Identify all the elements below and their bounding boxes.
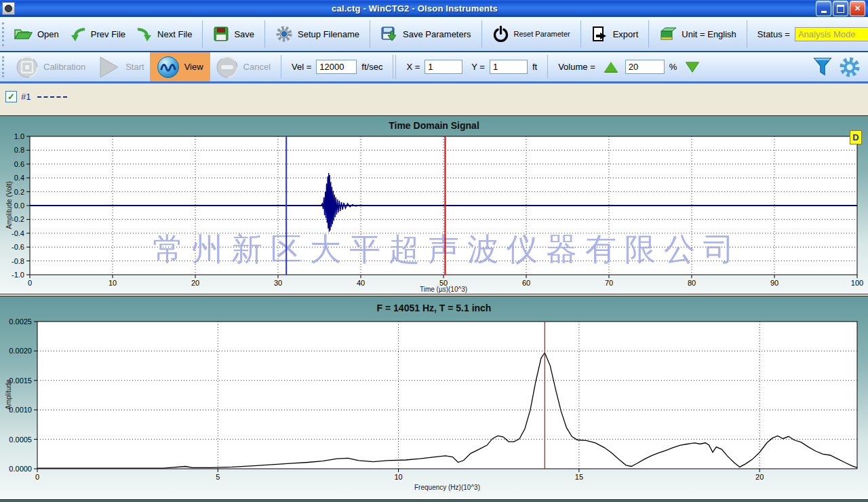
toolbar-separator [264,20,265,47]
window-title: cal.ctg - WinCTG2 - Olson Instruments [15,3,814,14]
next-file-button[interactable]: Next File [131,26,197,42]
bottom-edge-strip [0,499,868,502]
svg-text:5: 5 [216,473,220,481]
svg-text:0.0005: 0.0005 [9,436,32,444]
filter-funnel-button[interactable] [812,56,833,78]
reset-parameter-button[interactable]: Reset Parameter [487,26,576,43]
minimize-button[interactable] [816,1,831,16]
volume-unit: % [669,62,677,72]
svg-text:0: 0 [35,473,39,481]
y-label: Y = [471,62,485,72]
toolbar-separator [547,55,548,78]
time-axis-caption: Time (µs)(10^3) [30,286,857,293]
svg-text:0.2: 0.2 [14,188,24,196]
x-input[interactable] [425,60,462,74]
frequency-spectrum-chart[interactable]: 0.00000.00050.00100.00150.00200.00250510… [0,296,868,499]
status-label: Status = [757,29,790,39]
svg-text:0.0015: 0.0015 [9,376,32,385]
save-label: Save [234,29,254,39]
svg-text:常州新区大平超声波仪器有限公司: 常州新区大平超声波仪器有限公司 [153,231,743,267]
open-button[interactable]: Open [8,26,64,41]
volume-up-button[interactable] [604,62,618,72]
export-label: Export [613,29,639,39]
y-input[interactable] [490,60,528,74]
view-button[interactable]: View [150,52,210,81]
svg-text:15: 15 [575,473,583,481]
toolbar-separator [370,20,370,47]
prev-file-label: Prev File [91,29,125,39]
save-button[interactable]: Save [208,26,260,42]
cancel-button[interactable]: Cancel [210,56,276,79]
save-parameters-button[interactable]: Save Parameters [375,26,476,43]
d-corner-button[interactable]: D [850,130,862,144]
next-file-arrow-icon [136,26,153,42]
spectrum-amplitude-axis-caption: Amplitude [5,344,12,446]
amplitude-axis-caption: Amplitude (Volt) [5,155,13,256]
time-domain-chart[interactable]: 1.00.80.60.40.20.0-0.2-0.4-0.6-0.8-1.001… [0,116,868,294]
svg-text:20: 20 [755,473,764,481]
maximize-icon [837,5,844,13]
settings-gear-button[interactable] [838,56,861,79]
x-label: X = [406,62,420,72]
status-group: Status = [752,27,868,41]
volume-input[interactable] [625,60,665,74]
volume-down-button[interactable] [686,62,699,72]
title-bar: cal.ctg - WinCTG2 - Olson Instruments ✕ [0,0,868,17]
svg-text:1.0: 1.0 [14,132,24,140]
start-button[interactable]: Start [91,55,149,79]
setup-filename-label: Setup Filename [298,29,359,39]
frequency-axis-caption: Frequency (Hz)(10^3) [37,484,857,491]
cancel-label: Cancel [243,62,271,72]
volume-label: Volume = [558,62,595,72]
unit-book-icon [659,26,677,42]
status-input[interactable] [795,27,868,41]
close-button[interactable]: ✕ [850,1,865,16]
save-parameters-icon [380,26,398,43]
prev-file-arrow-icon [70,26,86,42]
svg-text:-1.0: -1.0 [12,271,24,279]
prev-file-button[interactable]: Prev File [64,26,131,42]
toolbar-grip[interactable] [2,56,6,77]
channel-1-label: #1 [21,92,31,102]
svg-text:0.0025: 0.0025 [9,317,32,326]
unit-button[interactable]: Unit = English [654,26,742,42]
volume-group: Volume = % [553,60,705,74]
save-parameters-label: Save Parameters [403,29,471,39]
main-toolbar: Open Prev File Next File Save Setup Fi [0,17,868,52]
toolbar-separator [393,55,393,78]
app-icon [2,2,15,15]
xy-group: X = Y = ft [401,60,542,74]
channel-row: ✓ #1 [5,91,67,102]
svg-text:0.8: 0.8 [14,146,24,154]
velocity-input[interactable] [316,60,357,74]
start-play-icon [96,55,121,79]
open-folder-icon [14,26,33,41]
action-toolbar: Calibration Start View Cancel [0,52,868,83]
svg-text:-0.2: -0.2 [12,215,24,223]
svg-text:0.0020: 0.0020 [9,347,32,355]
view-label: View [184,62,203,72]
open-label: Open [37,29,59,39]
toolbar-separator [395,55,396,78]
close-icon: ✕ [854,4,861,13]
velocity-unit: ft/sec [361,62,382,72]
reset-power-icon [492,26,509,43]
xy-unit: ft [532,62,537,72]
setup-filename-button[interactable]: Setup Filename [270,25,365,43]
svg-text:0.4: 0.4 [14,174,24,182]
unit-label: Unit = English [682,29,736,39]
maximize-button[interactable] [833,1,848,16]
channel-1-checkbox[interactable]: ✓ [5,91,17,102]
next-file-label: Next File [157,29,192,39]
svg-text:-0.4: -0.4 [12,229,24,237]
toolbar-separator [481,20,482,47]
view-waveform-icon [157,56,180,79]
calibration-button[interactable]: Calibration [10,56,91,79]
toolbar-separator [648,20,649,47]
svg-text:10: 10 [394,473,402,481]
reset-parameter-label: Reset Parameter [514,30,570,38]
channel-1-line-sample [37,96,67,98]
toolbar-grip[interactable] [2,22,4,46]
calibration-icon [16,56,39,79]
export-button[interactable]: Export [586,26,644,42]
